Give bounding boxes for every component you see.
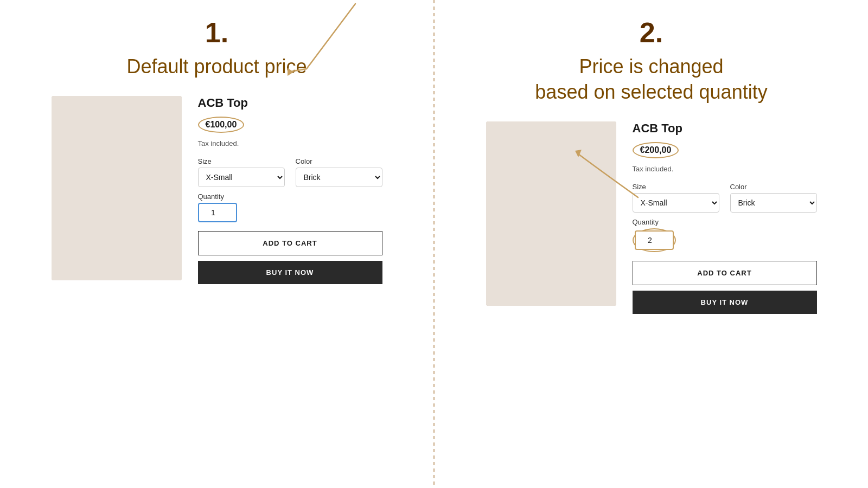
size-select-1[interactable]: X-Small Small Medium Large [198, 168, 285, 187]
price-wrapper-1: €100,00 [198, 117, 382, 133]
step-2-title: Price is changed based on selected quant… [535, 54, 767, 105]
size-group-1: Size X-Small Small Medium Large [198, 157, 285, 187]
price-wrapper-2: €200,00 [633, 142, 817, 158]
size-select-2[interactable]: X-Small Small Medium Large [633, 193, 719, 213]
color-label-1: Color [296, 157, 382, 165]
tax-text-2: Tax included. [633, 165, 817, 173]
buy-now-button-2[interactable]: BUY IT NOW [633, 291, 817, 314]
tax-text-1: Tax included. [198, 139, 382, 147]
step-1-number: 1. [205, 16, 228, 49]
qty-circle-highlight [633, 228, 676, 252]
size-color-row-2: Size X-Small Small Medium Large Color Br… [633, 183, 817, 213]
color-select-1[interactable]: Brick Navy Black [296, 168, 382, 187]
arrow-annotation-1 [263, 0, 372, 107]
step-2-number: 2. [640, 16, 663, 49]
product-name-1: ACB Top [198, 96, 382, 110]
color-label-2: Color [730, 183, 817, 191]
product-name-2: ACB Top [633, 121, 817, 136]
size-color-row-1: Size X-Small Small Medium Large Color Br… [198, 157, 382, 187]
product-form-1: ACB Top €100,00 Tax included. Size X-Sma… [198, 96, 382, 284]
product-area-1: ACB Top €100,00 Tax included. Size X-Sma… [22, 96, 412, 284]
qty-input-1[interactable] [198, 203, 237, 222]
size-label-1: Size [198, 157, 285, 165]
panel-2: 2. Price is changed based on selected qu… [435, 0, 868, 488]
add-to-cart-button-1[interactable]: ADD TO CART [198, 231, 382, 255]
product-image-2 [486, 121, 616, 306]
qty-group-1: Quantity [198, 192, 382, 222]
product-form-2: ACB Top €200,00 Tax included. Size X-Sma… [633, 121, 817, 314]
qty-input-2[interactable] [635, 230, 674, 250]
buy-now-button-1[interactable]: BUY IT NOW [198, 261, 382, 284]
product-image-1 [52, 96, 182, 280]
product-area-2: ACB Top €200,00 Tax included. Size X-Sma… [456, 121, 846, 314]
color-select-2[interactable]: Brick Navy Black [730, 193, 817, 213]
step-1-title: Default product price [126, 54, 307, 80]
panel-1: 1. Default product price [0, 0, 433, 488]
qty-group-2: Quantity [633, 218, 817, 252]
add-to-cart-button-2[interactable]: ADD TO CART [633, 261, 817, 285]
price-badge-2: €200,00 [633, 142, 679, 158]
color-group-1: Color Brick Navy Black [296, 157, 382, 187]
size-group-2: Size X-Small Small Medium Large [633, 183, 719, 213]
size-label-2: Size [633, 183, 719, 191]
qty-label-2: Quantity [633, 218, 817, 226]
qty-label-1: Quantity [198, 192, 382, 201]
price-badge-1: €100,00 [198, 117, 245, 133]
color-group-2: Color Brick Navy Black [730, 183, 817, 213]
